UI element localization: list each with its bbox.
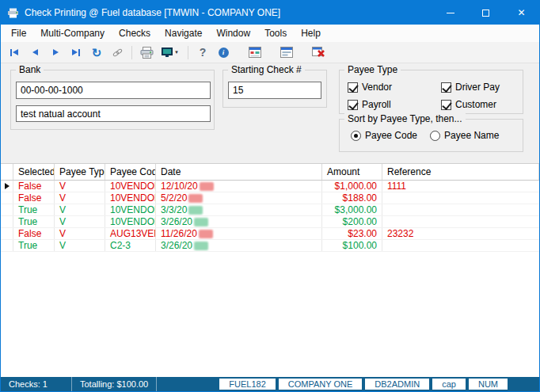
cell-reference: [382, 192, 539, 204]
bank-groupbox: Bank: [10, 70, 215, 130]
checkbox-icon: [441, 100, 451, 110]
cell-selected[interactable]: False: [13, 181, 55, 192]
bank-name-input[interactable]: [16, 105, 211, 122]
next-record-button[interactable]: [46, 44, 65, 62]
status-panel: NUM: [469, 379, 508, 390]
cell-selected[interactable]: True: [13, 216, 55, 227]
title-bar[interactable]: Check Printing @ Fuel database [TMWIN - …: [1, 1, 539, 25]
date-text: 3/26/20: [161, 240, 192, 251]
bank-account-input[interactable]: [16, 82, 211, 99]
grid-row[interactable]: False V AUG13VEN 11/26/20 $23.00 23232: [1, 228, 539, 240]
cell-selected[interactable]: True: [13, 240, 55, 251]
next-record-icon: [53, 49, 59, 55]
radio-label: Payee Code: [365, 130, 417, 141]
exit-button[interactable]: [309, 44, 328, 62]
redacted-year-block: [188, 206, 203, 215]
column-header-selected[interactable]: Selected: [13, 164, 55, 180]
checkbox-icon: [348, 100, 358, 110]
row-indicator: [1, 192, 13, 204]
app-window: { "window": { "title": "Check Printing @…: [0, 0, 540, 392]
link-button[interactable]: [108, 44, 127, 62]
toolbar-separator: [188, 46, 188, 59]
last-record-button[interactable]: [67, 44, 86, 62]
menu-item[interactable]: Tools: [257, 25, 294, 41]
redacted-year-block: [199, 230, 213, 238]
cell-payee-code: 10VENDOR: [105, 192, 156, 204]
about-button[interactable]: i: [214, 44, 233, 62]
cell-selected[interactable]: False: [13, 228, 55, 239]
cell-payee-code: 10VENDOR: [105, 216, 156, 227]
cell-reference: [382, 240, 539, 251]
cell-amount: $188.00: [322, 192, 382, 204]
grid-row[interactable]: True V C2-3 3/26/20 $100.00: [1, 240, 539, 252]
column-header-amount[interactable]: Amount: [322, 164, 382, 180]
menu-item[interactable]: File: [4, 25, 33, 41]
batch-window-button[interactable]: [245, 44, 264, 62]
refresh-button[interactable]: ↻: [87, 44, 106, 62]
redacted-year-block: [200, 182, 214, 191]
status-panel: FUEL182: [219, 379, 275, 390]
payee-type-checkbox[interactable]: Vendor: [348, 82, 441, 93]
printer-icon: [140, 47, 154, 59]
cell-date: 3/26/20: [156, 216, 322, 227]
row-indicator: [1, 216, 13, 227]
menu-item[interactable]: Window: [209, 25, 257, 41]
column-header-payee-code[interactable]: Payee Code: [105, 164, 156, 180]
menu-item[interactable]: Checks: [112, 25, 158, 41]
starting-check-input[interactable]: [228, 82, 321, 99]
window-title: Check Printing @ Fuel database [TMWIN - …: [25, 7, 280, 18]
cell-payee-type: V: [55, 228, 105, 239]
previous-record-icon: [32, 49, 38, 55]
previous-record-button[interactable]: [25, 44, 44, 62]
cell-payee-type: V: [55, 240, 105, 251]
sort-radio[interactable]: Payee Name: [430, 130, 499, 141]
payee-type-checkbox[interactable]: Payroll: [348, 99, 441, 110]
status-panel: cap: [432, 379, 466, 390]
info-icon: i: [219, 48, 229, 58]
cell-payee-code: 10VENDOR: [105, 181, 156, 192]
grid-row[interactable]: False V 10VENDOR 12/10/20 $1,000.00 1111: [1, 181, 539, 192]
menu-item[interactable]: Multi-Company: [33, 25, 112, 41]
minimize-icon: [447, 13, 454, 13]
first-record-button[interactable]: [5, 44, 24, 62]
radio-icon: [351, 131, 361, 141]
close-button[interactable]: ✕: [504, 1, 539, 25]
sort-radio[interactable]: Payee Code: [351, 130, 417, 141]
column-header-date[interactable]: Date: [156, 164, 322, 180]
window-manager-button[interactable]: [277, 44, 296, 62]
cell-payee-code: C2-3: [105, 240, 156, 251]
exit-icon: [312, 47, 325, 58]
window-manager-icon: [280, 47, 293, 58]
checkbox-icon: [441, 82, 451, 93]
column-header-reference[interactable]: Reference: [382, 164, 539, 180]
payee-type-checkbox[interactable]: Customer: [441, 99, 523, 110]
checkbox-label: Vendor: [362, 82, 392, 93]
maximize-icon: [482, 10, 489, 17]
payee-type-checkbox[interactable]: Driver Pay: [441, 82, 523, 93]
cell-selected[interactable]: True: [13, 204, 55, 215]
menu-item[interactable]: Help: [294, 25, 328, 41]
maximize-button[interactable]: [468, 1, 504, 25]
column-header-payee-type[interactable]: Payee Type: [55, 164, 105, 180]
grid-row[interactable]: True V 10VENDOR 3/26/20 $200.00: [1, 216, 539, 228]
printer-app-icon: [1, 8, 25, 18]
cell-reference: 1111: [382, 181, 539, 192]
cell-payee-type: V: [55, 204, 105, 215]
starting-check-groupbox: Starting Check #: [222, 70, 327, 108]
status-bar: Checks: 1 Totalling: $100.00 FUEL182 COM…: [1, 377, 539, 391]
cell-amount: $23.00: [322, 228, 382, 239]
minimize-button[interactable]: [432, 1, 468, 25]
refresh-icon: ↻: [92, 47, 102, 59]
chevron-down-icon: ▼: [174, 50, 179, 55]
grid-row[interactable]: True V 10VENDOR 3/3/20 $3,000.00: [1, 204, 539, 216]
radio-icon: [430, 131, 440, 141]
print-button[interactable]: [137, 44, 156, 62]
cell-reference: [382, 204, 539, 215]
help-button[interactable]: ?: [193, 44, 212, 62]
grid-row[interactable]: False V 10VENDOR 5/2/20 $188.00: [1, 192, 539, 204]
status-checks-count: Checks: 1: [1, 377, 72, 391]
cell-selected[interactable]: False: [13, 192, 55, 204]
menu-item[interactable]: Navigate: [158, 25, 209, 41]
print-preview-dropdown-button[interactable]: ▼: [158, 44, 183, 62]
date-text: 3/26/20: [161, 216, 192, 227]
